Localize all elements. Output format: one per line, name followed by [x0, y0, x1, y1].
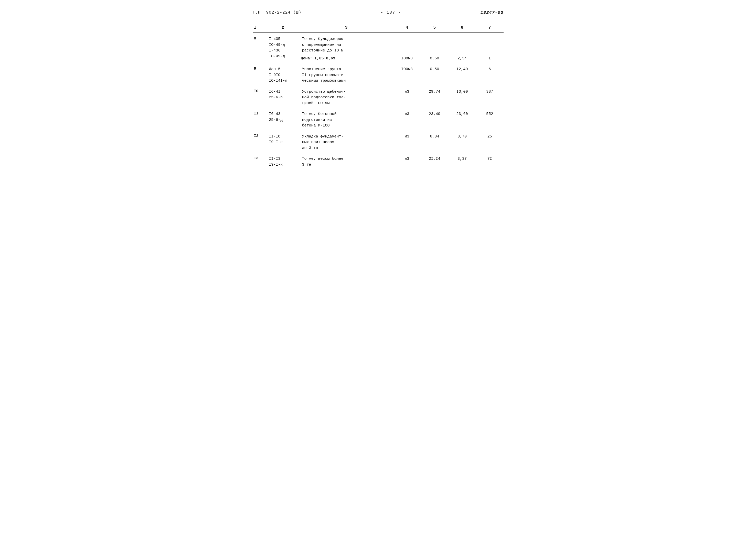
row-desc: Устройство щебеноч- ной подготовки тол- …: [300, 88, 393, 108]
row-price-col7: I: [476, 55, 504, 63]
row-num: 8: [253, 35, 267, 62]
row-col7-empty: [476, 35, 504, 55]
row-col5: 6,84: [421, 133, 448, 152]
row-num: II: [253, 110, 267, 130]
row-col6-empty: [448, 35, 476, 55]
row-unit: м3: [393, 133, 421, 152]
row-col5: 2I,I4: [421, 155, 448, 169]
row-unit: м3: [393, 110, 421, 130]
row-col6: I2,40: [448, 66, 476, 85]
row-price-label: Цена: I,65+0,69: [300, 55, 393, 63]
table-row: I3II-I3 I9-I-кТо же, весом более 3 тнм32…: [253, 155, 504, 169]
row-code: II-I3 I9-I-к: [266, 155, 299, 169]
row-desc: То же, бетонной подготовки из бетона М-I…: [300, 110, 393, 130]
row-code: I6-4I 25-6-в: [266, 88, 299, 108]
table-row: 8I-435 IO-49-д I-436 IO-49-дТо же, бульд…: [253, 35, 504, 55]
row-spacer: [253, 152, 504, 155]
row-col5-empty: [421, 35, 448, 55]
row-desc: Уплотнение грунта II группы пневмати- че…: [300, 66, 393, 85]
row-col6: 23,60: [448, 110, 476, 130]
col-header-7: 7: [476, 23, 504, 32]
row-price-col5: 0,50: [421, 55, 448, 63]
row-desc: То же, бульдозером с перемещением на рас…: [300, 35, 393, 55]
row-col5: 29,74: [421, 88, 448, 108]
row-spacer: [253, 85, 504, 88]
row-col7: 25: [476, 133, 504, 152]
row-spacer: [253, 32, 504, 35]
col-header-5: 5: [421, 23, 448, 32]
row-code: I-435 IO-49-д I-436 IO-49-д: [266, 35, 299, 62]
header-right: 13247-03: [481, 10, 504, 15]
row-desc: Укладка фундамент- ных плит весом до 3 т…: [300, 133, 393, 152]
col-header-1: I: [253, 23, 267, 32]
row-num: 9: [253, 66, 267, 85]
table-row: IOI6-4I 25-6-вУстройство щебеноч- ной по…: [253, 88, 504, 108]
row-col6: 3,37: [448, 155, 476, 169]
col-header-3: 3: [300, 23, 393, 32]
main-table: I 2 3 4 5 6 7 8I-435 IO-49-д I-436 IO-49…: [253, 23, 504, 169]
row-num: I2: [253, 133, 267, 152]
row-code: Доп.5 I-9IO IO-I4I-л: [266, 66, 299, 85]
row-col5: 0,50: [421, 66, 448, 85]
header-center: - 137 -: [380, 10, 401, 15]
row-col6: I3,00: [448, 88, 476, 108]
row-spacer: [253, 107, 504, 110]
header-left: Т.П. 902-2-224 (Ш): [253, 10, 302, 15]
row-num: IO: [253, 88, 267, 108]
row-col5: 23,40: [421, 110, 448, 130]
page-header: Т.П. 902-2-224 (Ш) - 137 - 13247-03: [253, 10, 504, 15]
row-col7: 6: [476, 66, 504, 85]
row-unit: IOOм3: [393, 66, 421, 85]
row-col7: 552: [476, 110, 504, 130]
col-header-6: 6: [448, 23, 476, 32]
row-desc: То же, весом более 3 тн: [300, 155, 393, 169]
col-header-4: 4: [393, 23, 421, 32]
table-row: 9Доп.5 I-9IO IO-I4I-лУплотнение грунта I…: [253, 66, 504, 85]
row-col7: 387: [476, 88, 504, 108]
row-col7: 7I: [476, 155, 504, 169]
table-row: I2II-IO I9-I-еУкладка фундамент- ных пли…: [253, 133, 504, 152]
table-row: III6-43 25-6-дТо же, бетонной подготовки…: [253, 110, 504, 130]
table-header-row: I 2 3 4 5 6 7: [253, 23, 504, 32]
row-price-unit: IOOм3: [393, 55, 421, 63]
row-spacer: [253, 130, 504, 133]
row-unit: м3: [393, 88, 421, 108]
row-price-col6: 2,34: [448, 55, 476, 63]
col-header-2: 2: [266, 23, 299, 32]
row-unit-empty: [393, 35, 421, 55]
row-num: I3: [253, 155, 267, 169]
row-code: II-IO I9-I-е: [266, 133, 299, 152]
row-col6: 3,70: [448, 133, 476, 152]
row-spacer: [253, 62, 504, 66]
row-code: I6-43 25-6-д: [266, 110, 299, 130]
row-unit: м3: [393, 155, 421, 169]
